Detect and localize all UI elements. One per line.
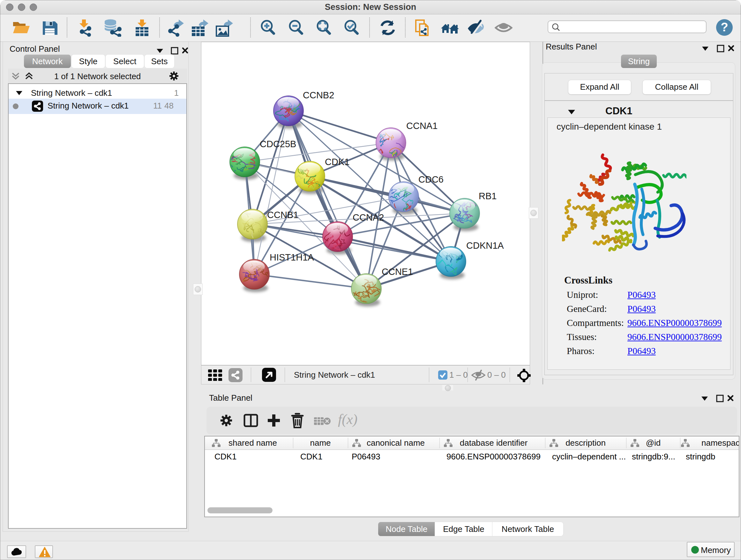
svg-text:CDC25B: CDC25B — [260, 139, 296, 149]
svg-text:CCNB2: CCNB2 — [303, 90, 334, 100]
svg-text:?: ? — [721, 20, 728, 34]
svg-text:RB1: RB1 — [479, 191, 496, 201]
svg-text:CCNB1: CCNB1 — [267, 210, 298, 220]
svg-text:CDC6: CDC6 — [418, 174, 444, 185]
svg-text:CDKN1A: CDKN1A — [466, 240, 504, 251]
svg-text:CDK1: CDK1 — [325, 157, 349, 167]
svg-text:CCNA1: CCNA1 — [406, 121, 437, 131]
svg-text:CCNE1: CCNE1 — [382, 266, 413, 277]
svg-text:HIST1H1A: HIST1H1A — [270, 252, 314, 262]
svg-text:CCNA2: CCNA2 — [353, 212, 384, 223]
